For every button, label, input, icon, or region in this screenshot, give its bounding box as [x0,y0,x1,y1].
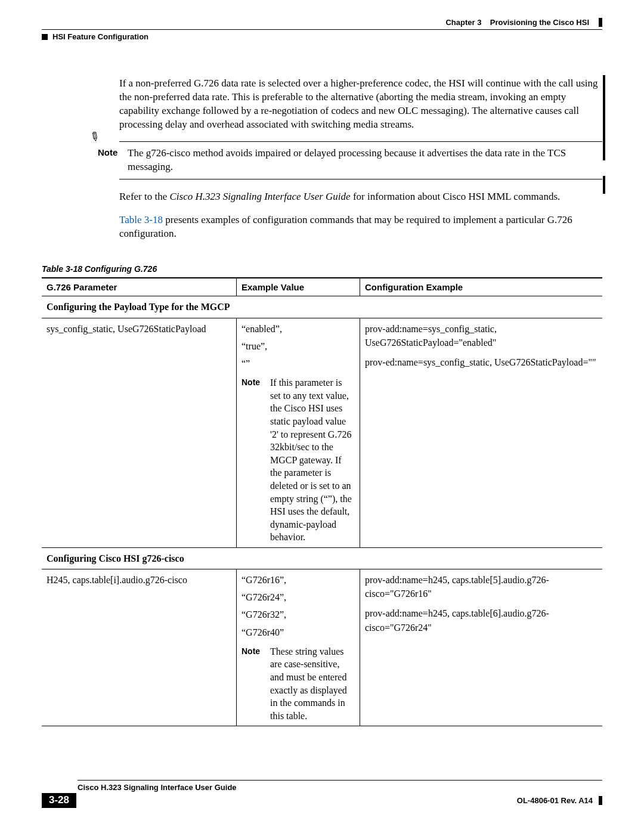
page-number: 3-28 [42,793,76,808]
tablelink-paragraph: Table 3-18 presents examples of configur… [119,213,602,241]
config-example: prov-add:name=h245, caps.table[6].audio.… [365,606,597,634]
example-value: “G726r24”, [242,590,355,604]
change-bar [603,176,605,194]
table-caption: Table 3-18 Configuring G.726 [42,264,602,274]
note-block: ✎ Note The g726-cisco method avoids impa… [89,141,602,179]
table-header-example: Example Value [237,278,360,296]
example-value: “” [242,357,355,370]
cell-config: prov-add:name=h245, caps.table[5].audio.… [360,569,603,726]
footer-marker-icon [599,796,602,805]
footer-revision: OL-4806-01 Rev. A14 [517,796,593,805]
section-title: HSI Feature Configuration [52,32,148,41]
cell-param: H245, caps.table[i].audio.g726-cisco [42,569,237,726]
cell-config: prov-add:name=sys_config_static, UseG726… [360,318,603,547]
refer-pre: Refer to the [119,191,170,202]
change-bar [603,75,605,160]
pencil-icon: ✎ [89,129,100,144]
inner-note-label: Note [242,645,270,723]
refer-post: for information about Cisco HSI MML comm… [351,191,561,202]
config-example: prov-ed:name=sys_config_static, UseG726S… [365,355,597,369]
note-text: The g726-cisco method avoids impaired or… [128,147,602,174]
tablelink-post: presents examples of configuration comma… [119,214,572,239]
table-row: sys_config_static, UseG726StaticPayload … [42,318,602,547]
chapter-label: Chapter 3 [445,18,481,27]
example-value: “G726r32”, [242,608,355,621]
example-value: “enabled”, [242,322,355,336]
intro-paragraph: If a non-preferred G.726 data rate is se… [119,77,602,132]
example-value: “G726r40” [242,625,355,639]
footer-book-title: Cisco H.323 Signaling Interface User Gui… [78,783,602,792]
header-marker-icon [599,18,602,27]
example-value: “G726r16”, [242,573,355,587]
refer-paragraph: Refer to the Cisco H.323 Signaling Inter… [119,190,602,204]
example-value: “true”, [242,339,355,353]
footer: Cisco H.323 Signaling Interface User Gui… [42,780,602,808]
inner-note-text: These string values are case-sensitive, … [270,645,355,723]
table-section-2: Configuring Cisco HSI g726-cisco [42,547,602,569]
section-header: HSI Feature Configuration [42,30,602,41]
chapter-title: Provisioning the Cisco HSI [490,18,589,27]
table-header-config: Configuration Example [360,278,603,296]
config-example: prov-add:name=h245, caps.table[5].audio.… [365,573,597,600]
table-section-1: Configuring the Payload Type for the MGC… [42,296,602,318]
inner-note-label: Note [242,376,270,544]
cell-example: “G726r16”, “G726r24”, “G726r32”, “G726r4… [237,569,360,726]
config-table: G.726 Parameter Example Value Configurat… [42,277,602,726]
cell-example: “enabled”, “true”, “” Note If this param… [237,318,360,547]
config-example: prov-add:name=sys_config_static, UseG726… [365,322,597,349]
square-bullet-icon [42,34,48,40]
inner-note-text: If this parameter is set to any text val… [270,376,355,544]
refer-italic: Cisco H.323 Signaling Interface User Gui… [170,191,351,202]
table-row: H245, caps.table[i].audio.g726-cisco “G7… [42,569,602,726]
note-label: Note [98,147,128,174]
table-header-param: G.726 Parameter [42,278,237,296]
table-link[interactable]: Table 3-18 [119,214,163,225]
running-header: Chapter 3 Provisioning the Cisco HSI [42,18,602,30]
cell-param: sys_config_static, UseG726StaticPayload [42,318,237,547]
